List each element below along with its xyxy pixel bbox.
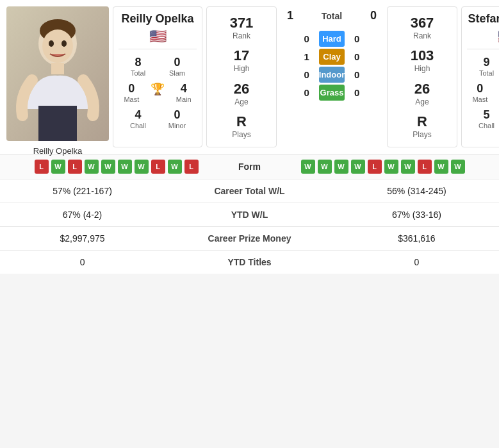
surface-score-left-indoor: 0 bbox=[297, 69, 316, 80]
form-badge-left-2: L bbox=[68, 160, 82, 174]
left-main-value: 4 bbox=[181, 82, 187, 95]
stats-center-2: Career Prize Money bbox=[165, 227, 334, 251]
right-player-name: Stefan Kozlov bbox=[468, 12, 499, 26]
form-badge-right-0: W bbox=[301, 160, 315, 174]
right-chall-box: 5 Chall bbox=[467, 108, 499, 129]
left-stat-row-1: 8 Total 0 Slam bbox=[119, 56, 197, 77]
divider-right bbox=[467, 49, 499, 49]
stats-row-3: 0 YTD Titles 0 bbox=[0, 251, 499, 274]
left-plays-stat: R Plays bbox=[232, 113, 250, 139]
left-mast-value: 0 bbox=[128, 82, 135, 95]
right-trophy: 🏆 bbox=[493, 82, 499, 103]
svg-rect-6 bbox=[51, 63, 64, 74]
right-rank-stat: 367 Rank bbox=[411, 15, 434, 40]
left-plays-label: Plays bbox=[232, 130, 250, 139]
stats-right-1: 67% (33-16) bbox=[334, 203, 499, 227]
svg-point-3 bbox=[42, 29, 73, 63]
left-age-value: 26 bbox=[234, 81, 249, 97]
left-flag: 🇺🇸 bbox=[149, 28, 167, 45]
stats-right-3: 0 bbox=[334, 251, 499, 274]
left-player-photo: Reilly Opelka bbox=[6, 6, 109, 147]
stats-center-0: Career Total W/L bbox=[165, 179, 334, 203]
surface-rows: 0 Hard 0 1 Clay 0 0 Indoor 0 0 Grass 0 bbox=[297, 29, 366, 103]
left-main-label: Main bbox=[176, 95, 192, 103]
form-badge-right-5: W bbox=[384, 160, 398, 174]
left-middle-card: 371 Rank 17 High 26 Age R Plays bbox=[206, 6, 277, 147]
form-badge-right-4: L bbox=[368, 160, 382, 174]
right-total-value: 9 bbox=[483, 56, 489, 69]
right-chall-value: 5 bbox=[483, 108, 489, 122]
total-label: Total bbox=[322, 11, 342, 21]
stats-left-3: 0 bbox=[0, 251, 165, 274]
surface-row-grass: 0 Grass 0 bbox=[297, 85, 366, 101]
left-age-stat: 26 Age bbox=[234, 81, 249, 106]
surface-score-right-clay: 0 bbox=[347, 51, 366, 62]
form-badge-right-6: W bbox=[401, 160, 415, 174]
surface-btn-hard[interactable]: Hard bbox=[319, 31, 345, 47]
stats-left-1: 67% (4-2) bbox=[0, 203, 165, 227]
trophy-icon-left: 🏆 bbox=[151, 82, 165, 96]
form-badge-right-7: L bbox=[418, 160, 432, 174]
total-right-score: 0 bbox=[364, 9, 383, 22]
players-section: Reilly Opelka Reilly Opelka 🇺🇸 8 Total 0… bbox=[0, 0, 499, 154]
surface-score-right-grass: 0 bbox=[347, 87, 366, 98]
form-badge-right-8: W bbox=[434, 160, 448, 174]
right-mast-label: Mast bbox=[472, 95, 487, 103]
form-section: LWLWWWWLWL Form WWWWLWWLWW bbox=[0, 154, 499, 179]
left-trophy: 🏆 bbox=[145, 82, 171, 103]
left-high-label: High bbox=[234, 64, 250, 73]
center-column: 1 Total 0 0 Hard 0 1 Clay 0 0 Indoor 0 0… bbox=[281, 6, 383, 147]
right-plays-value: R bbox=[417, 113, 427, 130]
form-badge-left-1: W bbox=[51, 160, 65, 174]
form-badge-left-8: W bbox=[168, 160, 182, 174]
left-mast-label: Mast bbox=[124, 95, 139, 103]
surface-row-indoor: 0 Indoor 0 bbox=[297, 67, 366, 83]
left-minor-box: 0 Minor bbox=[158, 108, 197, 129]
stats-center-1: YTD W/L bbox=[165, 203, 334, 227]
stats-center-3: YTD Titles bbox=[165, 251, 334, 274]
form-badge-left-0: L bbox=[35, 160, 49, 174]
form-badge-right-2: W bbox=[334, 160, 348, 174]
right-stat-row-3: 5 Chall 4 Minor bbox=[467, 108, 499, 129]
left-stat-row-3: 4 Chall 0 Minor bbox=[119, 108, 197, 129]
svg-rect-7 bbox=[38, 106, 77, 141]
left-chall-label: Chall bbox=[130, 122, 146, 129]
form-badge-left-6: W bbox=[135, 160, 149, 174]
form-badge-right-1: W bbox=[318, 160, 332, 174]
surface-btn-clay[interactable]: Clay bbox=[319, 49, 345, 65]
left-rank-label: Rank bbox=[233, 31, 250, 40]
svg-point-4 bbox=[49, 40, 54, 47]
right-chall-label: Chall bbox=[479, 122, 495, 129]
left-age-label: Age bbox=[234, 97, 248, 106]
right-age-value: 26 bbox=[414, 81, 430, 97]
surface-score-left-clay: 1 bbox=[297, 51, 316, 62]
right-stat-row-2: 0 Mast 🏆 0 Main bbox=[467, 82, 499, 103]
stats-table: 57% (221-167) Career Total W/L 56% (314-… bbox=[0, 179, 499, 274]
right-mast-box: 0 Mast bbox=[467, 82, 493, 103]
left-total-value: 8 bbox=[135, 56, 141, 69]
stats-right-0: 56% (314-245) bbox=[334, 179, 499, 203]
surface-row-hard: 0 Hard 0 bbox=[297, 31, 366, 47]
right-rank-label: Rank bbox=[413, 31, 431, 40]
form-badge-left-3: W bbox=[85, 160, 99, 174]
right-total-box: 9 Total bbox=[467, 56, 499, 77]
surface-btn-indoor[interactable]: Indoor bbox=[319, 67, 345, 83]
right-total-label: Total bbox=[479, 69, 494, 77]
right-high-stat: 103 High bbox=[411, 47, 434, 73]
left-stat-row-2: 0 Mast 🏆 4 Main bbox=[119, 82, 197, 103]
surface-btn-grass[interactable]: Grass bbox=[319, 85, 345, 101]
left-player-name: Reilly Opelka bbox=[121, 12, 193, 26]
left-high-stat: 17 High bbox=[234, 47, 250, 73]
left-player-name-below: Reilly Opelka bbox=[6, 146, 109, 156]
stats-row-0: 57% (221-167) Career Total W/L 56% (314-… bbox=[0, 179, 499, 203]
left-player-card: Reilly Opelka 🇺🇸 8 Total 0 Slam 0 Mast bbox=[113, 6, 202, 147]
left-slam-box: 0 Slam bbox=[158, 56, 197, 77]
right-stat-row-1: 9 Total 0 Slam bbox=[467, 56, 499, 77]
left-rank-stat: 371 Rank bbox=[230, 15, 254, 40]
right-rank-value: 367 bbox=[411, 15, 434, 31]
form-badge-right-3: W bbox=[351, 160, 365, 174]
left-slam-label: Slam bbox=[169, 69, 185, 77]
right-mast-value: 0 bbox=[477, 82, 483, 95]
form-label: Form bbox=[211, 162, 288, 172]
right-plays-stat: R Plays bbox=[413, 113, 431, 139]
